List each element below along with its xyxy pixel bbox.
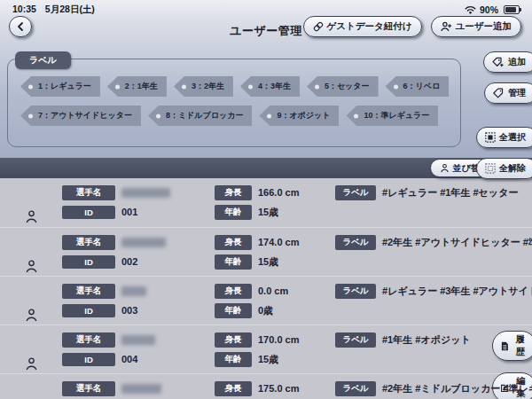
label-chip-8[interactable]: 8：ミドルブロッカー xyxy=(148,106,252,126)
field-label-age: 年齢 xyxy=(215,303,252,318)
tag-icon xyxy=(493,88,505,98)
clear-all-button[interactable]: 全解除 xyxy=(476,158,532,179)
field-label-tags: ラベル xyxy=(335,284,376,299)
player-row-4: 選手名 ID004 身長170.0 cm 年齢15歳 ラベル#1年生 #オポジッ… xyxy=(0,325,532,373)
manage-labels-button[interactable]: 管理 xyxy=(484,82,532,104)
label-chip-1[interactable]: 1：レギュラー xyxy=(20,76,100,97)
side-button-column: 追加 管理 全選択 全解除 xyxy=(476,51,532,179)
player-id: 004 xyxy=(121,354,137,364)
field-label-name: 選手名 xyxy=(62,284,115,299)
player-name-redacted xyxy=(121,384,161,394)
player-age: 15歳 xyxy=(258,353,278,366)
label-chip-3[interactable]: 3：2年生 xyxy=(174,76,233,97)
field-label-age: 年齢 xyxy=(215,254,252,270)
field-label-height: 身長 xyxy=(215,185,252,200)
player-tags: #2年生 #ミドルブロッカー #準レギュラー xyxy=(382,382,532,395)
header: ユーザー管理 ゲストデータ紐付け ユーザー追加 xyxy=(0,16,532,46)
player-list: 選手名 ID001 身長166.0 cm 年齢15歳 ラベル#レギュラー #1年… xyxy=(0,178,532,399)
back-button[interactable] xyxy=(9,16,32,37)
select-all-icon xyxy=(485,132,496,143)
label-chip-5[interactable]: 5：セッター xyxy=(307,76,379,97)
add-user-button[interactable]: ユーザー追加 xyxy=(431,16,522,37)
player-height: 166.0 cm xyxy=(258,187,299,198)
player-tags: #レギュラー #1年生 #セッター xyxy=(382,186,518,200)
person-plus-icon xyxy=(441,21,452,32)
player-tags: #1年生 #オポジット xyxy=(382,333,471,347)
player-row-3: 選手名 ID003 身長0.0 cm 年齢0歳 ラベル#レギュラー #3年生 #… xyxy=(0,276,532,325)
player-height: 175.0 cm xyxy=(258,383,299,394)
status-time: 10:35 xyxy=(12,4,36,16)
player-height: 174.0 cm xyxy=(258,237,299,247)
label-chip-row-2: 7：アウトサイドヒッター 8：ミドルブロッカー 9：オポジット 10：準レギュラ… xyxy=(20,106,453,126)
player-height: 170.0 cm xyxy=(258,334,299,345)
player-name-redacted xyxy=(121,188,170,198)
field-label-height: 身長 xyxy=(215,235,252,250)
field-label-name: 選手名 xyxy=(62,235,115,250)
label-chip-9[interactable]: 9：オポジット xyxy=(259,106,339,126)
wifi-icon xyxy=(465,5,476,14)
player-row-2: 選手名 ID002 身長174.0 cm 年齢15歳 ラベル#2年生 #アウトサ… xyxy=(0,227,532,276)
user-management-screen: 10:35 5月28日(土) 90% ユーザー管理 xyxy=(0,0,532,399)
field-label-height: 身長 xyxy=(215,332,252,348)
field-label-tags: ラベル xyxy=(335,332,376,348)
label-chip-6[interactable]: 6：リベロ xyxy=(386,76,450,97)
field-label-age: 年齢 xyxy=(215,352,252,367)
player-row-1: 選手名 ID001 身長166.0 cm 年齢15歳 ラベル#レギュラー #1年… xyxy=(0,178,532,227)
status-bar: 10:35 5月28日(土) 90% xyxy=(0,0,532,16)
field-label-id: ID xyxy=(62,353,115,366)
field-label-tags: ラベル xyxy=(335,381,376,396)
guest-link-button[interactable]: ゲストデータ紐付け xyxy=(303,16,422,37)
field-label-id: ID xyxy=(62,206,115,219)
status-date: 5月28日(土) xyxy=(45,4,95,16)
document-icon xyxy=(500,341,509,351)
deselect-all-icon xyxy=(485,163,496,174)
label-panel: ラベル 1：レギュラー 2：1年生 3：2年生 4：3年生 5：セッター 6：リ… xyxy=(7,59,461,147)
top-section: 10:35 5月28日(土) 90% ユーザー管理 xyxy=(0,0,532,158)
person-icon xyxy=(24,308,39,323)
player-row-5: 選手名 ID 身長175.0 cm 年齢 ラベル#2年生 #ミドルブロッカー #… xyxy=(0,373,532,399)
battery-percent: 90% xyxy=(480,4,498,15)
field-label-height: 身長 xyxy=(215,284,252,299)
field-label-id: ID xyxy=(62,304,115,317)
player-age: 15歳 xyxy=(258,206,278,219)
label-chip-row-1: 1：レギュラー 2：1年生 3：2年生 4：3年生 5：セッター 6：リベロ xyxy=(20,76,453,97)
player-id: 002 xyxy=(121,256,137,267)
label-chip-2[interactable]: 2：1年生 xyxy=(107,76,167,97)
player-age: 0歳 xyxy=(258,304,273,317)
player-tags: #レギュラー #3年生 #アウトサイドヒッター xyxy=(382,285,532,298)
person-icon xyxy=(440,163,450,173)
player-age: 15歳 xyxy=(258,255,278,269)
field-label-tags: ラベル xyxy=(335,185,376,200)
field-label-height: 身長 xyxy=(215,381,252,396)
player-name-redacted xyxy=(121,286,146,296)
player-name-redacted xyxy=(121,238,166,247)
person-icon xyxy=(24,209,39,224)
history-button[interactable]: 履歴 xyxy=(492,331,532,361)
label-chip-10[interactable]: 10：準レギュラー xyxy=(346,106,438,126)
field-label-age: 年齢 xyxy=(215,205,252,220)
field-label-name: 選手名 xyxy=(62,381,115,396)
label-chip-7[interactable]: 7：アウトサイドヒッター xyxy=(20,106,141,126)
person-icon xyxy=(24,356,39,372)
player-tags: #2年生 #アウトサイドヒッター #準レギュラー xyxy=(382,236,532,249)
list-toolbar: 並び替え、削除 xyxy=(0,158,532,178)
chevron-left-icon xyxy=(17,22,24,31)
field-label-name: 選手名 xyxy=(62,185,115,200)
battery-icon xyxy=(504,5,520,14)
select-all-button[interactable]: 全選択 xyxy=(476,127,532,148)
player-height: 0.0 cm xyxy=(258,286,288,296)
label-chip-4[interactable]: 4：3年生 xyxy=(240,76,300,97)
tag-plus-icon xyxy=(492,57,505,67)
player-name-redacted xyxy=(121,335,155,345)
page-title: ユーザー管理 xyxy=(230,23,302,39)
link-icon xyxy=(313,21,324,32)
person-icon xyxy=(24,259,39,274)
player-id: 001 xyxy=(121,207,137,217)
field-label-name: 選手名 xyxy=(62,332,115,348)
field-label-tags: ラベル xyxy=(335,235,376,250)
add-label-button[interactable]: 追加 xyxy=(483,51,532,73)
label-panel-title: ラベル xyxy=(15,51,71,69)
field-label-id: ID xyxy=(62,255,115,269)
player-id: 003 xyxy=(121,305,137,316)
